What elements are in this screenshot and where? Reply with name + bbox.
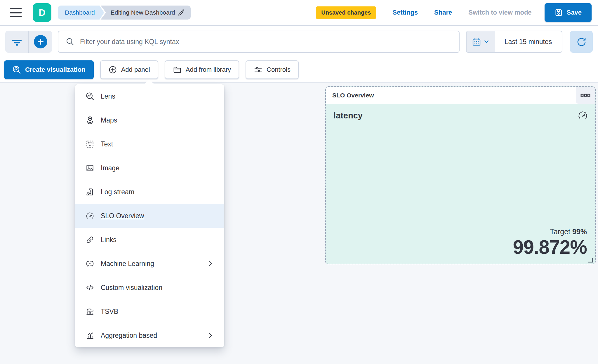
text-icon [86,140,94,148]
gauge-icon [578,110,588,121]
folder-icon [173,65,182,74]
breadcrumb-current-label: Editing New Dashboard [111,9,175,16]
image-icon [86,164,94,172]
switch-to-view-mode-link[interactable]: Switch to view mode [468,9,531,16]
gauge-icon [86,211,94,220]
slo-target: Target 99% [513,228,587,236]
refresh-icon [576,36,587,47]
save-button[interactable]: Save [545,3,592,22]
time-range-value[interactable]: Last 15 minutes [495,31,562,52]
maps-icon [86,116,94,125]
search-input[interactable] [80,38,452,46]
refresh-button[interactable] [570,31,593,53]
dashboard-edit-toolbar: Create visualization Add panel Add from … [0,57,598,83]
menu-item-image[interactable]: Image [75,156,224,180]
panel-options-button[interactable] [576,87,595,104]
create-visualization-button[interactable]: Create visualization [4,60,94,79]
chevron-down-icon [484,39,489,45]
panel-header: SLO Overview [326,87,595,104]
slo-target-value: 99% [572,228,587,236]
dashboard-viewport: Lens Maps [0,83,598,364]
breadcrumb-current-page[interactable]: Editing New Dashboard [101,6,191,20]
controls-button[interactable]: Controls [246,60,299,79]
top-navigation-bar: D Dashboard Editing New Dashboard [0,0,598,26]
add-panel-popover: Lens Maps [75,84,224,347]
kql-search-field[interactable] [58,31,460,53]
filter-controls-group [5,31,52,53]
breadcrumb: Dashboard Editing New Dashboard [58,6,191,20]
log-stream-icon [86,188,94,196]
filter-icon[interactable] [5,31,28,53]
lens-icon [86,92,94,101]
query-bar: Last 15 minutes [0,26,598,57]
tsvb-icon [86,307,94,316]
lens-icon [12,65,21,74]
slo-observed-value: 99.872% [513,237,587,257]
edit-pencil-icon [178,9,185,16]
menu-item-custom-visualization[interactable]: Custom visualization [75,276,224,300]
search-icon [65,37,75,46]
chevron-right-icon [207,260,214,267]
unsaved-changes-badge: Unsaved changes [316,6,376,19]
save-floppy-icon [554,8,563,17]
settings-link[interactable]: Settings [392,9,418,16]
slo-card[interactable]: latency Target 99% 99.872% [326,104,595,264]
share-link[interactable]: Share [434,9,452,16]
panel-title: SLO Overview [332,92,374,99]
add-from-library-button[interactable]: Add from library [165,60,239,79]
resize-corner-icon[interactable] [588,258,593,262]
menu-item-text[interactable]: Text [75,132,224,156]
plus-circle-icon [108,65,117,74]
machine-learning-icon [86,259,94,268]
aggregation-icon [86,331,94,340]
time-picker-calendar-button[interactable] [467,31,495,52]
menu-item-slo-overview[interactable]: SLO Overview [75,204,224,228]
menu-item-aggregation-based[interactable]: Aggregation based [75,323,224,347]
slo-overview-panel: SLO Overview latency [325,86,596,264]
link-icon [86,235,94,244]
menu-item-log-stream[interactable]: Log stream [75,180,224,204]
kibana-dashboard-app: D Dashboard Editing New Dashboard [0,0,598,364]
add-panel-button[interactable]: Add panel [100,60,158,79]
add-filter-button[interactable] [28,31,52,53]
code-icon [86,283,94,292]
slo-figures: Target 99% 99.872% [513,228,587,257]
menu-item-links[interactable]: Links [75,228,224,252]
add-filter-plus-icon [34,35,47,48]
menu-item-maps[interactable]: Maps [75,108,224,132]
menu-icon[interactable] [9,6,23,19]
calendar-icon [472,37,481,46]
menu-item-machine-learning[interactable]: Machine Learning [75,252,224,276]
menu-item-lens[interactable]: Lens [75,84,224,108]
chevron-right-icon [207,332,214,339]
breadcrumb-dashboard[interactable]: Dashboard [58,6,104,20]
sliders-icon [254,65,263,74]
menu-item-tsvb[interactable]: TSVB [75,300,224,323]
time-picker: Last 15 minutes [466,31,562,53]
slo-name: latency [333,111,587,120]
boxes-horizontal-icon [580,93,590,97]
deployment-logo[interactable]: D [33,3,51,22]
